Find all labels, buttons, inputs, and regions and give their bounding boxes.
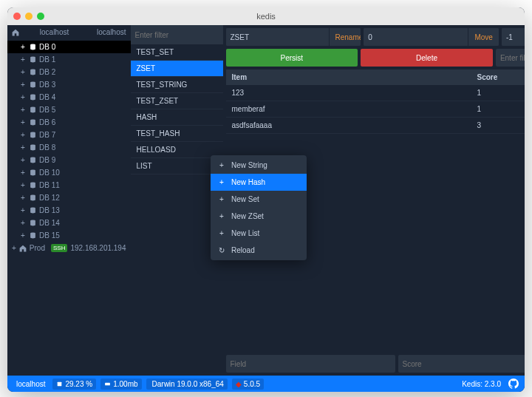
col-item: Item bbox=[226, 69, 471, 85]
key-item[interactable]: LIST bbox=[131, 158, 223, 174]
key-item[interactable]: TEST_HASH bbox=[131, 126, 223, 142]
expand-icon: + bbox=[21, 181, 27, 189]
database-icon bbox=[30, 182, 36, 189]
key-filter-input[interactable] bbox=[131, 25, 233, 44]
context-menu-item[interactable]: +New ZSet bbox=[211, 208, 307, 225]
sidebar-db-item[interactable]: +DB 9 bbox=[7, 154, 131, 166]
table-row[interactable]: memberaf1Delete bbox=[226, 101, 525, 118]
expand-icon: + bbox=[21, 106, 27, 114]
plus-icon: + bbox=[218, 178, 225, 186]
key-item[interactable]: TEST_ZSET bbox=[131, 93, 223, 109]
rename-button[interactable]: Rename bbox=[329, 28, 361, 46]
sidebar-db-item[interactable]: +DB 13 bbox=[7, 204, 131, 217]
expand-icon: + bbox=[21, 43, 27, 51]
database-icon bbox=[30, 56, 36, 63]
expand-icon: + bbox=[21, 93, 27, 101]
status-cpu: 29.23 % bbox=[52, 379, 96, 390]
sidebar-db-item[interactable]: +DB 0 bbox=[7, 41, 131, 53]
col-score: Score bbox=[471, 69, 525, 85]
expand-icon: + bbox=[21, 68, 27, 76]
github-icon[interactable] bbox=[508, 379, 519, 389]
expand-icon: + bbox=[21, 169, 27, 177]
key-name-input[interactable] bbox=[226, 28, 329, 46]
table-row[interactable]: asdfsafaaaa3Delete bbox=[226, 118, 525, 134]
plus-icon: + bbox=[218, 161, 225, 169]
expand-icon: + bbox=[21, 81, 27, 89]
ssh-badge: SSH bbox=[51, 244, 67, 252]
database-icon bbox=[30, 207, 36, 214]
database-icon bbox=[30, 94, 36, 101]
persist-button[interactable]: Persist bbox=[226, 49, 358, 67]
field-input[interactable] bbox=[226, 355, 395, 373]
database-icon bbox=[30, 44, 36, 50]
database-icon bbox=[30, 194, 36, 201]
svg-rect-17 bbox=[105, 382, 110, 384]
context-menu-item[interactable]: +New List bbox=[211, 225, 307, 242]
sidebar-db-item[interactable]: +DB 5 bbox=[7, 104, 131, 116]
delete-button[interactable]: Delete bbox=[361, 49, 493, 67]
sidebar-db-item[interactable]: +DB 8 bbox=[7, 141, 131, 154]
context-menu-item[interactable]: +New Set bbox=[211, 191, 307, 208]
svg-rect-16 bbox=[58, 381, 62, 386]
table-row[interactable]: 1231Delete bbox=[226, 85, 525, 101]
sidebar-db-item[interactable]: +DB 4 bbox=[7, 91, 131, 104]
expand-icon: + bbox=[21, 118, 27, 126]
memory-icon bbox=[104, 381, 111, 387]
sidebar-db-item[interactable]: +DB 14 bbox=[7, 217, 131, 229]
expand-icon: + bbox=[21, 194, 27, 202]
expand-icon: + bbox=[21, 55, 27, 64]
sidebar-db-item[interactable]: +DB 3 bbox=[7, 78, 131, 91]
sidebar-header-right: localhost bbox=[69, 28, 126, 36]
key-item[interactable]: HASH bbox=[131, 109, 223, 126]
key-item[interactable]: ZSET bbox=[131, 61, 223, 77]
key-item[interactable]: TEST_STRING bbox=[131, 77, 223, 93]
db-index-input[interactable] bbox=[364, 28, 468, 46]
plus-icon: + bbox=[218, 212, 225, 220]
sidebar-host-prod[interactable]: + Prod SSH 192.168.201.194 bbox=[7, 242, 131, 254]
sidebar-db-item[interactable]: +DB 6 bbox=[7, 116, 131, 129]
ttl-input[interactable] bbox=[502, 28, 525, 46]
sidebar-db-item[interactable]: +DB 10 bbox=[7, 166, 131, 179]
sidebar-header-left: localhost bbox=[12, 28, 69, 36]
expand-icon: + bbox=[21, 231, 27, 240]
context-menu-item[interactable]: +New Hash bbox=[211, 174, 307, 191]
expand-icon: + bbox=[21, 219, 27, 227]
status-bar: localhost 29.23 % 1.00mb Darwin 19.0.0 x… bbox=[7, 376, 525, 392]
cpu-icon bbox=[56, 381, 63, 387]
expand-icon: + bbox=[21, 156, 27, 164]
window-title: kedis bbox=[256, 12, 276, 21]
key-item[interactable]: TEST_SET bbox=[131, 44, 223, 61]
database-icon bbox=[30, 220, 36, 226]
plus-icon: + bbox=[218, 229, 225, 237]
status-app-version: Kedis: 2.3.0 bbox=[459, 380, 504, 388]
score-input[interactable] bbox=[398, 355, 525, 373]
close-button[interactable] bbox=[13, 13, 21, 20]
status-redis: ◆ 5.0.5 bbox=[232, 379, 264, 390]
sidebar-db-item[interactable]: +DB 7 bbox=[7, 129, 131, 141]
member-filter-input[interactable] bbox=[496, 49, 525, 67]
database-icon bbox=[30, 169, 36, 176]
status-mem: 1.00mb bbox=[100, 379, 141, 390]
database-icon bbox=[30, 144, 36, 151]
minimize-button[interactable] bbox=[25, 13, 33, 20]
sidebar-db-item[interactable]: +DB 15 bbox=[7, 229, 131, 242]
database-icon bbox=[30, 119, 36, 126]
database-icon bbox=[30, 106, 36, 113]
sidebar-db-item[interactable]: +DB 12 bbox=[7, 191, 131, 204]
sidebar: localhost localhost +DB 0+DB 1+DB 2+DB 3… bbox=[7, 25, 131, 376]
titlebar: kedis bbox=[7, 7, 525, 25]
plus-icon: + bbox=[218, 195, 225, 203]
sidebar-db-item[interactable]: +DB 11 bbox=[7, 179, 131, 191]
sidebar-db-item[interactable]: +DB 2 bbox=[7, 66, 131, 78]
expand-icon: + bbox=[21, 131, 27, 139]
context-menu-item[interactable]: ↻Reload bbox=[211, 242, 307, 259]
expand-icon: + bbox=[21, 143, 27, 152]
status-host: localhost bbox=[13, 380, 48, 388]
database-icon bbox=[30, 132, 36, 138]
key-item[interactable]: HELLOASD bbox=[131, 142, 223, 158]
sidebar-db-item[interactable]: +DB 1 bbox=[7, 53, 131, 66]
context-menu-item[interactable]: +New String bbox=[211, 157, 307, 174]
move-button[interactable]: Move bbox=[468, 28, 498, 46]
expand-icon: + bbox=[21, 206, 27, 214]
maximize-button[interactable] bbox=[37, 13, 44, 20]
